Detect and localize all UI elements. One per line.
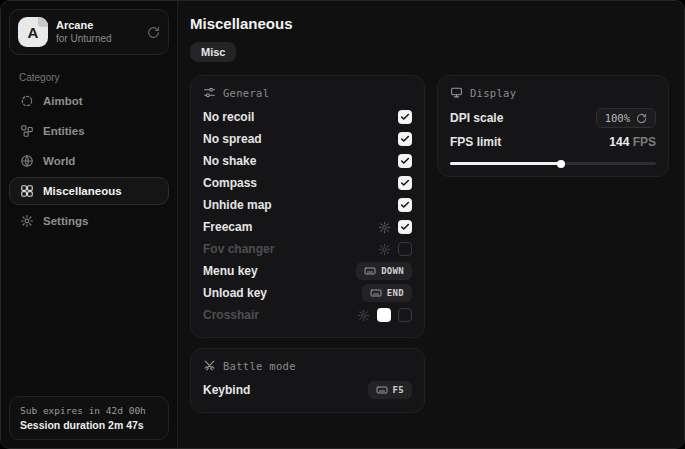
sliders-icon (203, 86, 216, 99)
app-name: Arcane (56, 19, 112, 33)
fps-slider-fill (450, 162, 561, 165)
setting-row-compass: Compass (203, 172, 412, 194)
sync-icon[interactable] (147, 26, 160, 39)
crosshair-checkbox[interactable] (398, 308, 412, 322)
setting-row-freecam: Freecam (203, 216, 412, 238)
dpi-scale-control[interactable]: 100% (596, 108, 656, 128)
fps-limit-row: FPS limit 144 FPS (450, 130, 656, 154)
battle-mode-card: Battle mode Keybind F5 (190, 348, 425, 413)
no-spread-checkbox[interactable] (398, 132, 412, 146)
gear-icon (20, 214, 34, 228)
display-card: Display DPI scale 100% FPS limit 144 FPS (437, 75, 669, 177)
setting-row-unhide-map: Unhide map (203, 194, 412, 216)
keyboard-icon (364, 265, 376, 277)
sidebar-item-aimbot[interactable]: Aimbot (9, 87, 169, 115)
setting-row-no-recoil: No recoil (203, 106, 412, 128)
unhide-map-checkbox[interactable] (398, 198, 412, 212)
tab-bar: Misc (190, 42, 669, 62)
freecam-checkbox[interactable] (398, 220, 412, 234)
crosshair-color-swatch[interactable] (377, 308, 391, 322)
sidebar-item-label: World (43, 155, 75, 167)
battle-keybind[interactable]: F5 (368, 381, 412, 399)
sidebar-item-entities[interactable]: Entities (9, 117, 169, 145)
unload-key-binding[interactable]: END (362, 284, 412, 302)
sidebar-item-label: Miscellaneous (43, 185, 122, 197)
no-recoil-checkbox[interactable] (398, 110, 412, 124)
setting-row-menu-key: Menu key DOWN (203, 260, 412, 282)
sidebar-item-label: Aimbot (43, 95, 83, 107)
app-logo: A (18, 17, 48, 47)
sidebar: A Arcane for Unturned Category Aimbot En… (1, 1, 177, 448)
sidebar-item-miscellaneous[interactable]: Miscellaneous (9, 177, 169, 205)
fps-slider-thumb[interactable] (557, 160, 565, 168)
monitor-icon (450, 86, 463, 99)
app-window: A Arcane for Unturned Category Aimbot En… (0, 0, 685, 449)
fps-limit-value: 144 FPS (609, 135, 656, 149)
setting-row-fov-changer: Fov changer (203, 238, 412, 260)
fov-changer-gear-icon[interactable] (378, 243, 391, 256)
subscription-info: Sub expires in 42d 00h Session duration … (9, 396, 169, 440)
main-panel: Miscellaneous Misc General No recoil (177, 1, 684, 448)
content-area: General No recoil No spread No shake (190, 75, 669, 413)
crosshair-icon (20, 94, 34, 108)
refresh-icon[interactable] (636, 113, 647, 124)
dpi-scale-value: 100% (605, 112, 630, 124)
setting-row-no-shake: No shake (203, 150, 412, 172)
setting-row-unload-key: Unload key END (203, 282, 412, 304)
general-card: General No recoil No spread No shake (190, 75, 425, 338)
battle-mode-card-title: Battle mode (223, 360, 296, 372)
general-card-title: General (223, 87, 269, 99)
globe-icon (20, 154, 34, 168)
sidebar-item-label: Entities (43, 125, 85, 137)
setting-row-crosshair: Crosshair (203, 304, 412, 326)
keyboard-icon (370, 287, 382, 299)
fov-changer-checkbox[interactable] (398, 242, 412, 256)
setting-row-no-spread: No spread (203, 128, 412, 150)
sidebar-item-settings[interactable]: Settings (9, 207, 169, 235)
category-label: Category (19, 72, 159, 83)
freecam-gear-icon[interactable] (378, 221, 391, 234)
sidebar-item-world[interactable]: World (9, 147, 169, 175)
swords-icon (203, 359, 216, 372)
keyboard-icon (376, 384, 388, 396)
sidebar-nav: Aimbot Entities World Miscellaneous Sett… (9, 87, 169, 235)
dpi-scale-row: DPI scale 100% (450, 106, 656, 130)
entities-icon (20, 124, 34, 138)
app-subtitle: for Unturned (56, 33, 112, 46)
compass-checkbox[interactable] (398, 176, 412, 190)
sidebar-item-label: Settings (43, 215, 88, 227)
crosshair-gear-icon[interactable] (357, 309, 370, 322)
sub-expiry-text: Sub expires in 42d 00h (20, 405, 158, 416)
session-duration-text: Session duration 2m 47s (20, 419, 158, 431)
grid-icon (20, 184, 34, 198)
tab-misc[interactable]: Misc (190, 42, 236, 62)
menu-key-binding[interactable]: DOWN (356, 262, 412, 280)
setting-row-keybind: Keybind F5 (203, 379, 412, 401)
display-card-title: Display (470, 87, 516, 99)
fps-slider[interactable] (450, 162, 656, 165)
page-title: Miscellaneous (190, 15, 669, 32)
no-shake-checkbox[interactable] (398, 154, 412, 168)
brand-card: A Arcane for Unturned (9, 9, 169, 55)
